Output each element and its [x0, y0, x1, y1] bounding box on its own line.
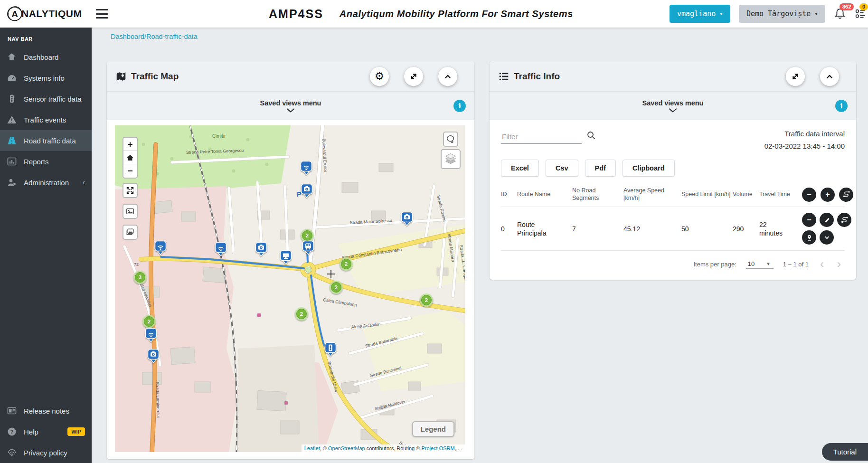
traffic-info-card: Traffic Info Saved views menu i — [490, 61, 856, 280]
legend-button[interactable]: Legend — [412, 421, 454, 437]
sidebar-item-sensor-traffic-data[interactable]: Sensor traffic data — [0, 88, 92, 109]
svg-text:2: 2 — [306, 233, 309, 238]
row-route-button[interactable] — [837, 213, 851, 227]
home-view-button[interactable] — [123, 151, 137, 164]
row-expand-button[interactable] — [820, 230, 834, 245]
table-add-route-button[interactable]: + — [821, 188, 835, 202]
hamburger-menu-icon[interactable] — [96, 9, 108, 19]
chevron-down-circle-icon — [823, 234, 830, 241]
zoom-out-button[interactable]: − — [123, 164, 137, 178]
svg-text:Cimitir: Cimitir — [212, 133, 226, 139]
info-saved-views-label[interactable]: Saved views menu — [642, 99, 704, 107]
logo-text: NALYTIQUM — [21, 8, 82, 19]
sidebar-item-release-notes[interactable]: Release notes — [0, 400, 92, 421]
map-canvas[interactable]: CimitirStrada Petre Toma GeorgescuBuleva… — [115, 125, 465, 452]
traffic-map-title: Traffic Map — [131, 71, 179, 82]
sidebar-item-reports[interactable]: Reports — [0, 151, 92, 172]
home-icon — [7, 52, 17, 62]
next-page-button[interactable]: › — [835, 258, 843, 270]
tenant-menu-button[interactable]: Demo Târgoviște▾ — [739, 5, 825, 23]
info-info-button[interactable]: i — [835, 100, 848, 112]
map-export-images-button[interactable] — [123, 225, 138, 240]
tutorial-button[interactable]: Tutorial — [822, 443, 868, 461]
zoom-in-button[interactable]: + — [123, 138, 137, 151]
table-collapse-all-button[interactable]: − — [802, 188, 816, 202]
map-fullscreen-button[interactable] — [123, 183, 138, 198]
previous-page-button[interactable]: ‹ — [818, 258, 826, 270]
minus-icon: − — [807, 216, 811, 224]
bar-chart-icon — [7, 156, 17, 167]
app-title-group: AMP4SS Analytiqum Mobility Platform For … — [269, 0, 573, 28]
online-users-button[interactable]: 0 — [855, 7, 867, 21]
chevron-down-icon[interactable] — [669, 108, 677, 113]
interval-label: Traffic data interval — [764, 130, 845, 138]
user-menu-button[interactable]: vmagliano▾ — [670, 5, 730, 23]
svg-text:2: 2 — [425, 297, 428, 303]
sidebar-item-help[interactable]: ? Help WIP — [0, 421, 92, 442]
sidebar-item-traffic-events[interactable]: Traffic events — [0, 109, 92, 130]
map-collapse-button[interactable] — [438, 67, 457, 86]
svg-text:2: 2 — [345, 261, 348, 267]
osm-link[interactable]: OpenStreetMap — [328, 445, 365, 451]
table-row[interactable]: 0 Route Principala 7 45.12 50 290 22 min… — [501, 207, 845, 251]
plus-icon: + — [825, 190, 830, 199]
export-pdf-button[interactable]: Pdf — [585, 160, 616, 177]
pagination-range: 1 – 1 of 1 — [783, 261, 809, 268]
items-per-page-select[interactable]: 10 ▾ — [746, 259, 774, 269]
traffic-light-icon — [7, 94, 17, 104]
map-layers-button[interactable] — [441, 149, 461, 169]
cell-volume: 290 — [733, 225, 757, 233]
info-expand-button[interactable] — [786, 67, 805, 86]
sidebar-item-administration[interactable]: Administration ‹ — [0, 172, 92, 193]
minus-icon: − — [807, 190, 811, 199]
export-clipboard-button[interactable]: Clipboard — [623, 160, 675, 177]
sidebar-nav: NAV BAR Dashboard Systems info Sensor tr… — [0, 28, 92, 463]
route-icon — [842, 190, 850, 198]
analytiqum-logo[interactable]: A NALYTIQUM — [6, 5, 82, 23]
sidebar-item-privacy-policy[interactable]: Privacy policy — [0, 442, 92, 463]
chevron-left-icon: ‹ — [83, 178, 85, 187]
filter-input[interactable] — [501, 130, 582, 144]
map-expand-button[interactable] — [404, 67, 423, 86]
col-no-road-segments: No Road Segments — [572, 187, 622, 202]
col-volume: Volume — [733, 191, 757, 198]
road-icon — [7, 135, 17, 146]
map-lasso-button[interactable] — [443, 132, 458, 147]
osrm-link[interactable]: Project OSRM — [421, 445, 454, 451]
map-settings-button[interactable]: ⚙ — [370, 67, 389, 86]
chevron-down-icon[interactable] — [286, 108, 295, 113]
export-excel-button[interactable]: Excel — [501, 160, 539, 177]
leaflet-link[interactable]: Leaflet — [304, 445, 320, 451]
map-export-image-button[interactable] — [123, 204, 138, 219]
cell-no-road-segments: 7 — [572, 225, 622, 233]
leaflet-map[interactable]: CimitirStrada Petre Toma GeorgescuBuleva… — [115, 125, 465, 452]
cell-id: 0 — [501, 225, 515, 233]
layers-icon — [443, 152, 458, 166]
images-icon — [126, 228, 134, 236]
breadcrumb[interactable]: Dashboard/Road-traffic-data — [111, 33, 198, 40]
gauge-icon — [7, 73, 17, 83]
row-remove-button[interactable]: − — [802, 213, 816, 227]
col-id: ID — [501, 191, 515, 198]
location-pin-icon — [806, 234, 813, 241]
map-info-button[interactable]: i — [453, 100, 466, 112]
pagination-bar: Items per page: 10 ▾ 1 – 1 of 1 ‹ › — [501, 251, 845, 273]
cell-travel-time: 22 minutes — [759, 220, 786, 237]
map-saved-views-label[interactable]: Saved views menu — [260, 99, 321, 107]
search-icon[interactable] — [586, 131, 596, 142]
caret-down-icon: ▾ — [814, 11, 818, 17]
caret-down-icon: ▾ — [767, 261, 770, 267]
fingerprint-icon — [7, 447, 17, 458]
table-routes-button[interactable] — [839, 188, 853, 202]
row-edit-button[interactable] — [820, 213, 834, 227]
export-csv-button[interactable]: Csv — [546, 160, 578, 177]
row-locate-button[interactable] — [802, 230, 816, 245]
info-collapse-button[interactable] — [820, 67, 839, 86]
top-header: A NALYTIQUM AMP4SS Analytiqum Mobility P… — [0, 0, 868, 28]
fullscreen-icon — [126, 186, 134, 195]
sidebar-item-dashboard[interactable]: Dashboard — [0, 47, 92, 67]
sidebar-item-road-traffic-data[interactable]: Road traffic data — [0, 130, 92, 151]
sidebar-item-systems-info[interactable]: Systems info — [0, 67, 92, 88]
notifications-button[interactable]: 862 — [834, 7, 846, 21]
route-icon — [840, 216, 849, 224]
